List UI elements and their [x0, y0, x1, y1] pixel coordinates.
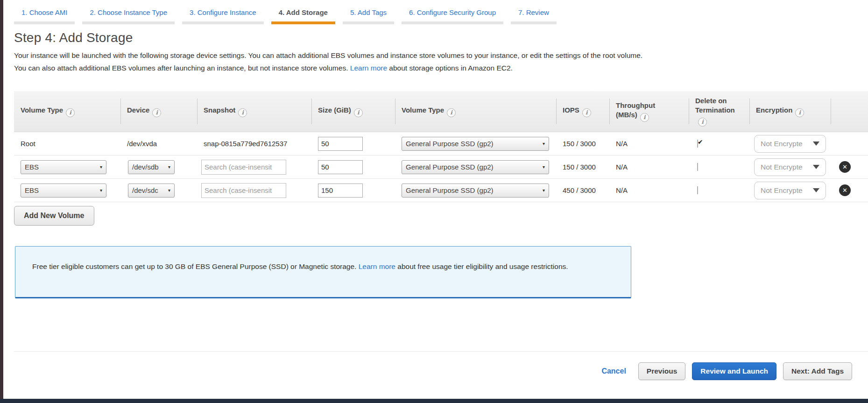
review-and-launch-button[interactable]: Review and Launch	[692, 362, 776, 380]
window-edge-strip	[0, 0, 3, 403]
header-label: Volume Type	[402, 106, 444, 114]
tab-review[interactable]: 7. Review	[511, 7, 557, 24]
size-input[interactable]	[318, 184, 363, 198]
header-label: Device	[127, 106, 149, 114]
encryption-select[interactable]: Not Encrypte	[754, 182, 826, 199]
table-row-ebs-sdc: EBS▾ /dev/sdc▾ General Purpose SSD (gp2)…	[14, 179, 868, 202]
device-select[interactable]: /dev/sdb▾	[128, 160, 175, 174]
volume-type-select[interactable]: General Purpose SSD (gp2)▾	[402, 184, 549, 198]
header-label: Snapshot	[204, 106, 235, 114]
remove-volume-button[interactable]: ✕	[839, 161, 851, 173]
info-icon[interactable]: i	[795, 108, 804, 117]
header-label: Encryption	[756, 106, 792, 114]
storage-table: Volume Typei Devicei Snapshoti Size (GiB…	[14, 91, 868, 202]
select-caret-icon	[813, 141, 819, 146]
snapshot-search-input[interactable]	[201, 183, 286, 198]
iops-value: 150 / 3000	[556, 163, 609, 171]
tab-configure-security-group[interactable]: 6. Configure Security Group	[402, 7, 503, 24]
delete-on-termination-checkbox[interactable]	[697, 186, 698, 194]
free-tier-notice: Free tier eligible customers can get up …	[15, 246, 631, 298]
encryption-select[interactable]: Not Encrypte	[754, 158, 826, 176]
volume-type-value: Root	[14, 140, 120, 148]
volume-kind-select[interactable]: EBS▾	[21, 160, 106, 174]
learn-more-storage-link[interactable]: Learn more	[350, 64, 387, 72]
remove-volume-button[interactable]: ✕	[839, 184, 851, 196]
tab-choose-ami[interactable]: 1. Choose AMI	[14, 7, 75, 24]
selected-option: /dev/sdc	[132, 186, 158, 194]
footer-divider	[14, 351, 868, 352]
info-icon[interactable]: i	[66, 108, 75, 117]
header-volume-type: Volume Typei	[14, 91, 120, 132]
cancel-link[interactable]: Cancel	[601, 367, 626, 375]
header-snapshot: Snapshoti	[197, 91, 311, 132]
volume-type-select[interactable]: General Purpose SSD (gp2)▾	[402, 160, 549, 174]
volume-type-select[interactable]: General Purpose SSD (gp2)▾	[402, 137, 549, 151]
snapshot-value: snap-0815a779ed7612537	[197, 140, 311, 148]
snapshot-search-input[interactable]	[201, 160, 286, 175]
header-label: Size (GiB)	[318, 106, 351, 114]
header-label: IOPS	[563, 106, 579, 114]
select-caret-icon: ▾	[543, 164, 545, 170]
iops-value: 450 / 3000	[556, 186, 609, 194]
header-iops: IOPSi	[556, 91, 609, 132]
tab-add-storage[interactable]: 4. Add Storage	[271, 7, 335, 24]
selected-option: EBS	[25, 163, 39, 171]
tab-choose-instance-type[interactable]: 2. Choose Instance Type	[82, 7, 175, 24]
page-title: Step 4: Add Storage	[14, 30, 868, 45]
iops-value: 150 / 3000	[556, 140, 609, 148]
select-caret-icon: ▾	[100, 188, 102, 193]
selected-option: EBS	[25, 186, 39, 194]
device-value: /dev/xvda	[120, 140, 197, 148]
info-icon[interactable]: i	[447, 108, 456, 117]
header-throughput: Throughput (MB/s)i	[609, 91, 689, 132]
select-caret-icon: ▾	[543, 141, 545, 146]
free-tier-text: Free tier eligible customers can get up …	[32, 262, 359, 270]
encryption-select[interactable]: Not Encrypte	[754, 135, 826, 153]
header-encryption: Encryptioni	[749, 91, 831, 132]
delete-on-termination-checkbox[interactable]	[697, 140, 698, 148]
table-header-row: Volume Typei Devicei Snapshoti Size (GiB…	[14, 91, 868, 132]
select-caret-icon: ▾	[168, 164, 170, 170]
taskbar-strip	[0, 399, 868, 403]
info-icon[interactable]: i	[238, 108, 247, 117]
description-text-after: about storage options in Amazon EC2.	[387, 64, 513, 72]
info-icon[interactable]: i	[152, 108, 161, 117]
select-caret-icon	[813, 165, 819, 169]
learn-more-free-tier-link[interactable]: Learn more	[359, 262, 395, 270]
add-new-volume-button[interactable]: Add New Volume	[14, 206, 94, 226]
selected-option: /dev/sdb	[132, 163, 159, 171]
selected-option: Not Encrypte	[761, 186, 803, 195]
header-actions	[831, 91, 868, 132]
size-input[interactable]	[318, 160, 363, 174]
wizard-tabs: 1. Choose AMI 2. Choose Instance Type 3.…	[14, 0, 868, 24]
info-icon[interactable]: i	[354, 108, 363, 117]
volume-kind-select[interactable]: EBS▾	[21, 184, 106, 198]
selected-option: Not Encrypte	[761, 140, 803, 148]
header-label: Throughput (MB/s)	[616, 101, 655, 119]
throughput-value: N/A	[609, 186, 689, 194]
tab-configure-instance[interactable]: 3. Configure Instance	[182, 7, 264, 24]
header-size: Size (GiB)i	[311, 91, 395, 132]
header-delete-on-termination: Delete on Terminationi	[689, 91, 749, 132]
tab-add-tags[interactable]: 5. Add Tags	[343, 7, 394, 24]
header-device: Devicei	[120, 91, 197, 132]
header-label: Delete on Termination	[695, 97, 735, 114]
page-description: Your instance will be launched with the …	[14, 49, 647, 74]
info-icon[interactable]: i	[698, 118, 707, 127]
free-tier-text-after: about free usage tier eligibility and us…	[395, 262, 568, 270]
description-text: Your instance will be launched with the …	[14, 51, 642, 72]
info-icon[interactable]: i	[640, 113, 649, 122]
device-select[interactable]: /dev/sdc▾	[128, 184, 175, 198]
header-label: Volume Type	[21, 106, 63, 114]
throughput-value: N/A	[609, 163, 689, 171]
size-input[interactable]	[318, 137, 363, 151]
info-icon[interactable]: i	[582, 108, 591, 117]
next-add-tags-button[interactable]: Next: Add Tags	[783, 362, 852, 380]
select-caret-icon: ▾	[543, 188, 545, 193]
table-row-root: Root /dev/xvda snap-0815a779ed7612537 Ge…	[14, 132, 868, 156]
header-volume-type-2: Volume Typei	[395, 91, 556, 132]
selected-option: General Purpose SSD (gp2)	[406, 163, 494, 171]
previous-button[interactable]: Previous	[638, 362, 685, 380]
delete-on-termination-checkbox[interactable]	[697, 163, 698, 171]
selected-option: General Purpose SSD (gp2)	[406, 186, 494, 194]
